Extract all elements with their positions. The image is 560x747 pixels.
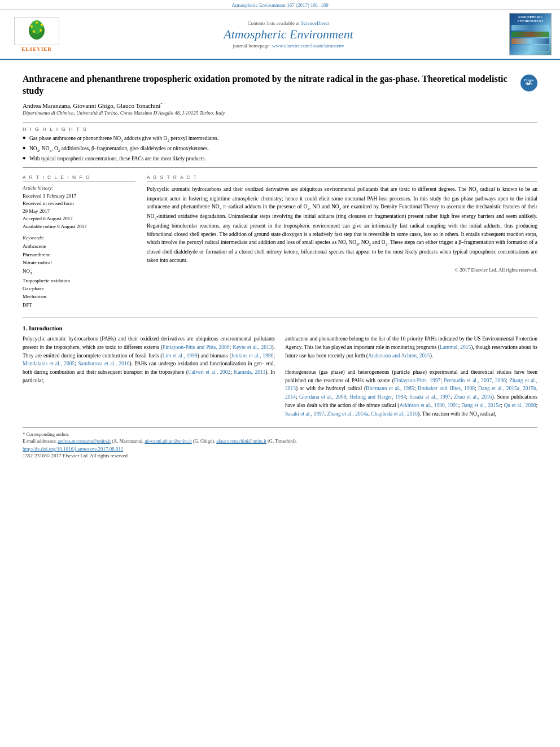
- copyright-text: © 2017 Elsevier Ltd. All rights reserved…: [147, 267, 537, 274]
- ref-finlayson-1997[interactable]: Finlayson-Pitts, 1997: [394, 378, 440, 383]
- ref-biermann-1985[interactable]: Biermann et al., 1985: [366, 386, 414, 391]
- svg-point-8: [40, 29, 42, 32]
- abstract-text: Polycyclic aromatic hydrocarbons and the…: [147, 185, 537, 274]
- ref-lim-1999[interactable]: Lim et al., 1999: [163, 353, 198, 359]
- ref-chapleski-2016[interactable]: Chapleski et al., 2016: [371, 411, 418, 417]
- ref-kameda-2011[interactable]: Kameda, 2011: [234, 369, 265, 375]
- journal-title: Atmospheric Environment: [73, 27, 504, 42]
- svg-point-4: [30, 25, 33, 28]
- highlights-list: Gas phase anthracene or phenanthrene NO3…: [23, 135, 537, 163]
- cover-title-text: ATMOSPHERIC ENVIRONMENT: [511, 15, 549, 23]
- crossmark-icon: ✓ Cross Mark: [520, 75, 537, 91]
- ref-sasaki-1997[interactable]: Sasaki et al., 1997: [409, 394, 450, 400]
- introduction-section: 1. Introduction Polycyclic aromatic hydr…: [23, 325, 537, 419]
- ref-giordana-2008[interactable]: Giordana et al., 2008: [299, 394, 346, 400]
- keyword-anthracene: Anthracene: [23, 242, 135, 250]
- ref-mandalakis-2005[interactable]: Mandalakis et al., 2005: [23, 361, 75, 366]
- intro-col-left: Polycyclic aromatic hydrocarbons (PAHs) …: [23, 335, 275, 419]
- section-divider: [23, 317, 537, 318]
- ref-zhang-2014a[interactable]: Zhang et al., 2014a: [327, 411, 368, 417]
- article-info-column: A R T I C L E I N F O Article history: R…: [23, 174, 135, 309]
- main-content: ✓ Cross Mark Anthracene and phenanthrene…: [0, 60, 560, 464]
- keyword-phenanthrene: Phenanthrene: [23, 251, 135, 259]
- ref-jenkins-1996[interactable]: Jenkins et al., 1996: [231, 353, 274, 359]
- elsevier-label: ELSEVIER: [21, 46, 52, 52]
- highlights-section: H I G H L I G H T S Gas phase anthracene…: [23, 123, 537, 168]
- intro-two-col: Polycyclic aromatic hydrocarbons (PAHs) …: [23, 335, 537, 419]
- ref-qu-2008[interactable]: Qu et al., 2008: [504, 403, 536, 408]
- abstract-column: A B S T R A C T Polycyclic aromatic hydr…: [147, 174, 537, 309]
- ref-dang-2015c[interactable]: Dang et al., 2015c: [461, 403, 501, 408]
- abstract-label: A B S T R A C T: [147, 174, 537, 182]
- elsevier-logo-image: [14, 17, 59, 45]
- footnote-area: * Corresponding author. E-mail addresses…: [23, 427, 537, 458]
- article-info-label: A R T I C L E I N F O: [23, 174, 135, 182]
- received-revised: Received in revised form29 May 2017: [23, 200, 135, 215]
- crossmark-badge: ✓ Cross Mark: [520, 75, 537, 91]
- affiliation-line: Dipartimento di Chimica, Università di T…: [23, 110, 537, 116]
- history-title: Article history:: [23, 185, 135, 191]
- highlights-title: H I G H L I G H T S: [23, 126, 537, 132]
- authors-line: Andrea Maranzana, Giovanni Ghigo, Glauco…: [23, 102, 537, 109]
- science-direct-line: Contents lists available at ScienceDirec…: [73, 20, 504, 26]
- ref-helmig-1994[interactable]: Helmig and Harger, 1994: [349, 394, 406, 400]
- keyword-no3: NO3: [23, 267, 135, 277]
- keyword-tropospheric: Tropospheric oxidation: [23, 277, 135, 285]
- article-history-block: Article history: Received 3 February 201…: [23, 185, 135, 231]
- highlight-item-3: With typical tropospheric concentrations…: [23, 155, 537, 163]
- svg-point-7: [33, 30, 35, 33]
- highlight-item-1: Gas phase anthracene or phenanthrene NO3…: [23, 135, 537, 144]
- ref-atkinson-1990[interactable]: Atkinson et al., 1990, 1991: [400, 403, 458, 408]
- intro-col-right: anthracene and phenanthrene belong to th…: [285, 335, 537, 419]
- science-direct-link[interactable]: ScienceDirect: [301, 20, 329, 26]
- keyword-mechanism: Mechanism: [23, 292, 135, 300]
- article-title: Anthracene and phenanthrene tropospheric…: [23, 73, 537, 97]
- keywords-block: Keywords: Anthracene Phenanthrene Nitrat…: [23, 235, 135, 309]
- journal-reference: Atmospheric Environment 167 (2017) 181–1…: [231, 2, 328, 8]
- ref-samburova-2016[interactable]: Samburova et al., 2016: [78, 361, 129, 366]
- info-abstract-section: A R T I C L E I N F O Article history: R…: [23, 174, 537, 309]
- received-date: Received 3 February 2017: [23, 193, 135, 200]
- intro-text-left: Polycyclic aromatic hydrocarbons (PAHs) …: [23, 335, 275, 385]
- top-bar: Atmospheric Environment 167 (2017) 181–1…: [0, 0, 560, 10]
- keywords-title: Keywords:: [23, 235, 135, 241]
- svg-point-5: [41, 24, 43, 26]
- svg-point-6: [36, 21, 38, 24]
- journal-cover: ATMOSPHERIC ENVIRONMENT: [509, 13, 554, 55]
- accepted-date: Accepted 6 August 2017: [23, 215, 135, 223]
- ref-calvert-2002[interactable]: Calvert et al., 2002: [188, 369, 230, 375]
- ref-zhao-2016[interactable]: Zhao et al., 2016: [454, 394, 492, 400]
- issn-line: 1352-2310/© 2017 Elsevier Ltd. All right…: [23, 453, 537, 458]
- available-date: Available online 8 August 2017: [23, 223, 135, 231]
- ref-sasaki-1997b[interactable]: Sasaki et al., 1997: [285, 411, 324, 417]
- elsevier-logo-block: ELSEVIER: [6, 17, 68, 52]
- homepage-line: journal homepage: www.elsevier.com/locat…: [73, 43, 504, 49]
- ref-keyte-2013[interactable]: Keyte et al., 2013: [233, 344, 272, 350]
- journal-center: Contents lists available at ScienceDirec…: [73, 20, 504, 49]
- intro-text-right: anthracene and phenanthrene belong to th…: [285, 335, 537, 419]
- ref-andersson-2015[interactable]: Andersson and Achten, 2015: [368, 353, 430, 359]
- section-heading: 1. Introduction: [23, 325, 537, 331]
- cover-image: ATMOSPHERIC ENVIRONMENT: [509, 13, 552, 55]
- keyword-dft: DFT: [23, 301, 135, 309]
- highlight-item-2: NO3, NOx, O2 addition/loss, β–fragmentat…: [23, 145, 537, 154]
- keyword-gas-phase: Gas-phase: [23, 285, 135, 292]
- email-tonachini[interactable]: glauco.tonachini@unito.it: [216, 438, 266, 444]
- doi-link[interactable]: http://dx.doi.org/10.1016/j.atmosenv.201…: [23, 446, 123, 452]
- ref-brubaker-1998[interactable]: Brubaker and Hites, 1998: [418, 386, 475, 391]
- email-line: E-mail addresses: andrea.maranzana@unito…: [23, 438, 537, 444]
- ref-finlayson-pitts-2000[interactable]: Finlayson-Pitts and Pitts, 2000: [163, 344, 230, 350]
- corresponding-author-note: * Corresponding author.: [23, 431, 537, 437]
- journal-header: ELSEVIER Contents lists available at Sci…: [0, 10, 560, 60]
- doi-line: http://dx.doi.org/10.1016/j.atmosenv.201…: [23, 446, 537, 452]
- ref-perraudin-2007[interactable]: Perraudin et al., 2007, 2006: [444, 378, 506, 383]
- svg-text:Mark: Mark: [526, 82, 532, 85]
- email-maranzana[interactable]: andrea.maranzana@unito.it: [58, 438, 111, 444]
- homepage-link[interactable]: www.elsevier.com/locate/atmosenv: [272, 43, 344, 49]
- keyword-nitrate-radical: Nitrate radical: [23, 259, 135, 267]
- ref-lammel-2015[interactable]: Lammel, 2015: [440, 344, 471, 350]
- email-ghigo[interactable]: giovanni.ghigo@unito.it: [145, 438, 191, 444]
